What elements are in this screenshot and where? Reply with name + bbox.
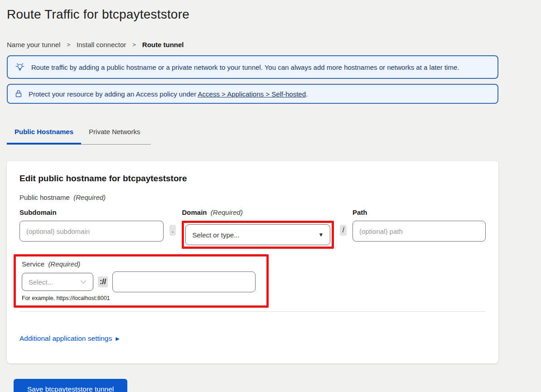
domain-required: (Required) bbox=[211, 208, 243, 216]
breadcrumb-step-name-your-tunnel[interactable]: Name your tunnel bbox=[7, 41, 60, 48]
subdomain-input[interactable] bbox=[19, 221, 164, 242]
route-traffic-page: Route Traffic for btcpayteststore Name y… bbox=[0, 0, 541, 392]
access-policy-banner: Protect your resource by adding an Acces… bbox=[7, 84, 498, 104]
subdomain-label: Subdomain bbox=[19, 208, 164, 217]
domain-field-group: Domain (Required) Select or type... ▼ bbox=[182, 208, 334, 249]
scheme-separator: :// bbox=[98, 276, 108, 287]
breadcrumb-separator: > bbox=[132, 41, 136, 48]
card-title: Edit public hostname for btcpayteststore bbox=[19, 174, 486, 184]
access-banner-text-before: Protect your resource by adding an Acces… bbox=[29, 90, 198, 98]
subdomain-field-group: Subdomain bbox=[19, 208, 164, 242]
service-url-input[interactable] bbox=[112, 271, 256, 292]
page-title: Route Traffic for btcpayteststore bbox=[7, 7, 541, 22]
service-section-label: Service (Required) bbox=[22, 260, 261, 268]
public-hostname-section-label: Public hostname (Required) bbox=[19, 194, 486, 201]
public-hostname-required: (Required) bbox=[73, 194, 106, 201]
section-divider bbox=[19, 311, 486, 312]
slash-separator: / bbox=[340, 225, 346, 236]
public-hostname-label: Public hostname bbox=[19, 194, 70, 201]
save-tunnel-button[interactable]: Save btcpayteststore tunnel bbox=[14, 379, 127, 392]
access-banner-text-after: . bbox=[306, 90, 308, 98]
annotation-box-domain: Select or type... ▼ bbox=[182, 221, 334, 249]
hostname-fields-row: Subdomain . Domain (Required) Select or … bbox=[19, 208, 486, 249]
additional-application-settings-link[interactable]: Additional application settings ▶ bbox=[19, 334, 120, 343]
domain-select[interactable]: Select or type... ▼ bbox=[185, 224, 330, 245]
dropdown-arrow-icon: ▼ bbox=[319, 232, 324, 238]
caret-right-icon: ▶ bbox=[116, 336, 119, 342]
access-banner-text: Protect your resource by adding an Acces… bbox=[29, 90, 308, 98]
annotation-box-service: Service (Required) Select... :// For exa… bbox=[14, 254, 269, 308]
breadcrumb-step-install-connector[interactable]: Install connector bbox=[77, 41, 126, 48]
breadcrumb-separator: > bbox=[67, 41, 70, 48]
chevron-down-icon bbox=[80, 280, 87, 284]
domain-label-text: Domain bbox=[182, 208, 207, 216]
tab-private-networks[interactable]: Private Networks bbox=[81, 128, 151, 145]
lightbulb-icon bbox=[15, 62, 25, 72]
service-fields-row: Select... :// bbox=[22, 271, 261, 292]
breadcrumb: Name your tunnel > Install connector > R… bbox=[7, 41, 541, 48]
service-hint: For example, https://localhost:8001 bbox=[22, 295, 261, 301]
access-applications-link[interactable]: Access > Applications > Self-hosted bbox=[198, 90, 306, 98]
path-label: Path bbox=[353, 208, 486, 217]
tab-public-hostnames[interactable]: Public Hostnames bbox=[7, 128, 81, 145]
service-type-value: Select... bbox=[29, 278, 53, 286]
service-type-select[interactable]: Select... bbox=[22, 273, 93, 291]
lock-icon bbox=[15, 90, 22, 98]
domain-select-value: Select or type... bbox=[192, 231, 239, 239]
service-required: (Required) bbox=[48, 260, 80, 268]
hostname-tabs: Public Hostnames Private Networks bbox=[7, 128, 541, 145]
dot-separator: . bbox=[169, 225, 176, 236]
edit-hostname-card: Edit public hostname for btcpayteststore… bbox=[7, 161, 498, 363]
tip-banner: Route traffic by adding a public hostnam… bbox=[7, 55, 498, 79]
breadcrumb-step-route-tunnel: Route tunnel bbox=[142, 41, 184, 48]
path-field-group: Path bbox=[353, 208, 486, 242]
domain-label: Domain (Required) bbox=[182, 208, 334, 217]
tip-banner-text: Route traffic by adding a public hostnam… bbox=[31, 63, 459, 71]
service-label-text: Service bbox=[22, 260, 44, 268]
additional-settings-label: Additional application settings bbox=[19, 334, 112, 343]
path-input[interactable] bbox=[353, 221, 486, 242]
